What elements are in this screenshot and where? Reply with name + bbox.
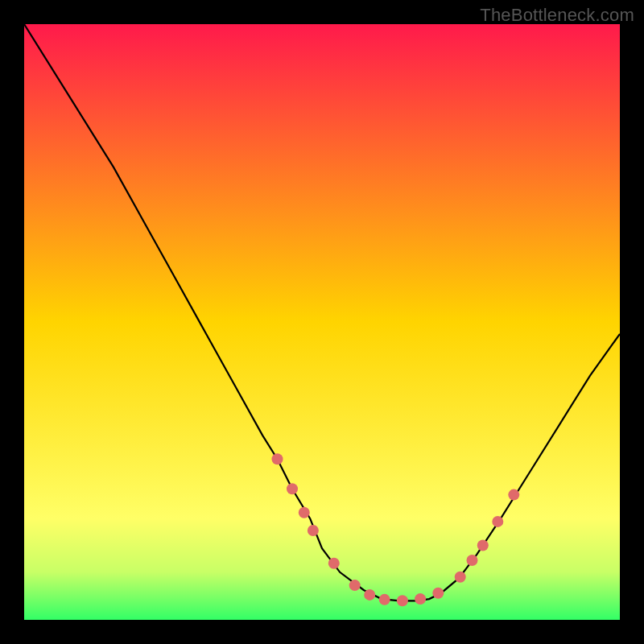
highlight-dot — [415, 593, 426, 605]
highlight-dot — [455, 572, 466, 583]
highlight-dot — [466, 555, 477, 566]
highlight-dot — [432, 588, 444, 599]
highlight-dot — [308, 525, 319, 536]
plot-area — [24, 24, 620, 620]
highlight-dot — [508, 489, 519, 501]
highlight-dot — [349, 580, 361, 591]
watermark-text: TheBottleneck.com — [480, 5, 634, 26]
highlight-dot — [364, 589, 375, 601]
highlight-dot — [299, 507, 310, 518]
highlight-dot — [328, 558, 340, 569]
gradient-background — [24, 24, 620, 620]
highlight-dot — [379, 594, 390, 605]
highlight-dot — [272, 453, 283, 464]
highlight-dot — [397, 595, 408, 606]
highlight-dot — [477, 540, 489, 551]
highlight-dot — [287, 483, 298, 494]
chart-svg — [24, 24, 620, 620]
chart-container: TheBottleneck.com — [0, 0, 644, 644]
highlight-dot — [492, 516, 503, 527]
